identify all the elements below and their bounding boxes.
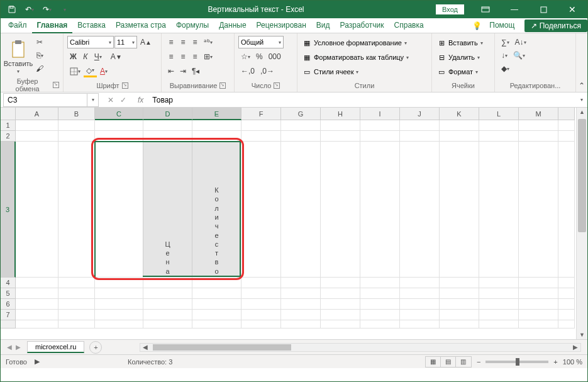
cell[interactable] — [281, 120, 321, 131]
cell[interactable] — [58, 142, 95, 278]
cell[interactable] — [360, 120, 400, 131]
align-right-button[interactable]: ≡ — [189, 50, 201, 63]
font-color-button[interactable]: А▾ — [97, 65, 110, 77]
cell-D3[interactable]: Цена — [143, 142, 192, 278]
cell[interactable] — [360, 288, 400, 299]
cell[interactable] — [440, 320, 479, 329]
increase-font-button[interactable]: A▲ — [138, 36, 154, 48]
cell[interactable] — [360, 320, 400, 329]
cell[interactable] — [95, 288, 143, 299]
cell[interactable] — [400, 288, 440, 299]
rtl-button[interactable]: ¶◂ — [189, 65, 202, 77]
cell[interactable] — [400, 310, 440, 320]
cell[interactable] — [519, 320, 558, 329]
cell[interactable] — [479, 131, 519, 142]
cell[interactable] — [281, 288, 321, 299]
row-header-2[interactable]: 2 — [1, 131, 16, 142]
scroll-right-icon[interactable]: ▶ — [570, 344, 580, 351]
col-header-K[interactable]: K — [440, 108, 479, 120]
fill-color-button[interactable]: ◇▾ — [84, 65, 97, 77]
col-header-A[interactable]: A — [16, 108, 58, 120]
cell[interactable] — [241, 131, 281, 142]
cell[interactable] — [558, 310, 575, 320]
cut-button[interactable]: ✂ — [33, 36, 46, 48]
cell[interactable] — [16, 120, 58, 131]
cell-C3[interactable]: Товар — [95, 142, 143, 278]
align-center-button[interactable]: ≡ — [177, 50, 189, 63]
format-painter-button[interactable]: 🖌 — [33, 62, 46, 75]
clipboard-dialog-launcher[interactable] — [53, 82, 59, 88]
col-header-G[interactable]: G — [281, 108, 321, 120]
sort-filter-button[interactable]: A↓▾ — [513, 36, 529, 48]
cell[interactable] — [143, 310, 192, 320]
cell-E3[interactable]: Количество — [192, 142, 241, 278]
ribbon-collapse-button[interactable]: ⌃ — [576, 79, 587, 92]
tab-insert[interactable]: Вставка — [72, 18, 111, 33]
percent-button[interactable]: % — [253, 50, 265, 63]
autosum-button[interactable]: ∑▾ — [499, 36, 512, 48]
undo-icon[interactable]: ↶▾ — [22, 2, 37, 17]
cell[interactable] — [400, 278, 440, 288]
copy-button[interactable]: ⎘▾ — [33, 49, 46, 62]
cell[interactable] — [241, 299, 281, 310]
cell[interactable] — [281, 142, 321, 278]
tell-me-icon[interactable]: 💡 — [470, 20, 484, 32]
delete-cells-button[interactable]: ⊟Удалить▾ — [436, 50, 484, 64]
col-header-L[interactable]: L — [479, 108, 519, 120]
cell[interactable] — [241, 142, 281, 278]
cell[interactable] — [95, 131, 143, 142]
decrease-decimal-button[interactable]: ,0→ — [258, 65, 277, 77]
cell[interactable] — [558, 299, 575, 310]
cell[interactable] — [95, 310, 143, 320]
cell[interactable] — [143, 320, 192, 329]
cell[interactable] — [440, 299, 479, 310]
horizontal-scrollbar[interactable]: ◀ ▶ — [140, 343, 581, 352]
macro-record-icon[interactable]: ▶ — [35, 357, 40, 366]
tab-file[interactable]: Файл — [3, 18, 32, 33]
cell[interactable] — [440, 278, 479, 288]
cell[interactable] — [143, 299, 192, 310]
scroll-left-icon[interactable]: ◀ — [140, 344, 150, 351]
cell[interactable] — [360, 131, 400, 142]
cell[interactable] — [479, 142, 519, 278]
cell[interactable] — [95, 120, 143, 131]
cell[interactable] — [360, 278, 400, 288]
enter-formula-icon[interactable]: ✓ — [120, 96, 126, 104]
cell[interactable] — [558, 288, 575, 299]
cell[interactable] — [519, 120, 558, 131]
maximize-icon[interactable] — [530, 1, 557, 18]
name-box[interactable]: C3 ▾ — [3, 93, 99, 107]
cell[interactable] — [440, 142, 479, 278]
cell[interactable] — [519, 131, 558, 142]
cell[interactable] — [241, 288, 281, 299]
cell[interactable] — [16, 310, 58, 320]
login-button[interactable]: Вход — [436, 4, 464, 14]
cell[interactable] — [479, 120, 519, 131]
cell[interactable] — [192, 288, 241, 299]
col-header-H[interactable]: H — [321, 108, 360, 120]
cell[interactable] — [192, 120, 241, 131]
cell[interactable] — [241, 278, 281, 288]
cell[interactable] — [16, 142, 58, 278]
align-middle-button[interactable]: ≡ — [177, 36, 189, 48]
cell[interactable] — [192, 278, 241, 288]
cell[interactable] — [16, 288, 58, 299]
cell[interactable] — [321, 320, 360, 329]
formula-bar-expand[interactable]: ▾ — [576, 97, 587, 103]
clear-button[interactable]: ◆▾ — [499, 62, 512, 75]
wrap-merge-button[interactable]: ⊞▾ — [201, 50, 215, 63]
cell[interactable] — [479, 320, 519, 329]
tab-developer[interactable]: Разработчик — [335, 18, 389, 33]
decrease-indent-button[interactable]: ⇤ — [165, 65, 177, 77]
row-header-4[interactable]: 4 — [1, 278, 16, 288]
save-icon[interactable] — [4, 2, 19, 17]
cell[interactable] — [143, 288, 192, 299]
cell[interactable] — [58, 278, 95, 288]
align-bottom-button[interactable]: ≡ — [189, 36, 201, 48]
cell[interactable] — [95, 278, 143, 288]
cell[interactable] — [321, 299, 360, 310]
cell[interactable] — [519, 278, 558, 288]
cell[interactable] — [192, 131, 241, 142]
cell[interactable] — [281, 131, 321, 142]
accounting-button[interactable]: ☆▾ — [238, 50, 253, 63]
